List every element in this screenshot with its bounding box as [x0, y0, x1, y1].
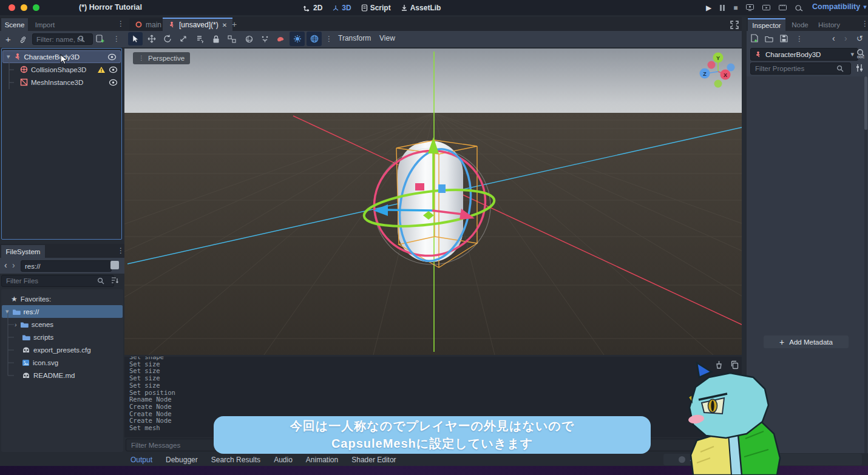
- history-back-icon[interactable]: ‹: [832, 34, 835, 42]
- node-selector[interactable]: CharacterBody3D ▾: [750, 48, 858, 61]
- 3d-icon: [332, 4, 339, 12]
- scene-tab-main[interactable]: main: [129, 18, 168, 31]
- tab-history[interactable]: History: [815, 18, 844, 31]
- warning-icon[interactable]: [97, 66, 106, 73]
- load-resource-button[interactable]: [765, 35, 773, 42]
- movie-maker-icon[interactable]: [795, 4, 803, 12]
- search-icon: [78, 35, 85, 42]
- selection-list-button[interactable]: [193, 32, 208, 45]
- workspace-script-button[interactable]: Script: [361, 4, 391, 12]
- transform-menu[interactable]: Transform: [338, 34, 371, 42]
- favorites-row[interactable]: ★ Favorites:: [1, 292, 123, 305]
- path-input[interactable]: [21, 260, 112, 272]
- tab-audio[interactable]: Audio: [274, 456, 293, 464]
- 2d-icon: [303, 4, 311, 12]
- workspace-3d-button[interactable]: 3D: [332, 4, 351, 12]
- tab-filesystem[interactable]: FileSystem: [1, 245, 45, 258]
- select-tool-button[interactable]: [128, 32, 143, 45]
- instance-scene-button[interactable]: [19, 36, 27, 44]
- add-metadata-button[interactable]: + Add Metadata: [764, 335, 849, 348]
- characterbody3d-icon: [168, 21, 175, 29]
- play-scene-button[interactable]: [762, 4, 770, 11]
- remote-debug-icon[interactable]: [746, 4, 754, 11]
- preview-environment-button[interactable]: [307, 32, 322, 46]
- workspace-switcher: 2D 3D Script AssetLib: [303, 1, 441, 14]
- subtitle-line-2: CapsuleMeshに設定していきます: [331, 436, 533, 452]
- capsule-mesh[interactable]: [398, 141, 463, 262]
- tab-import[interactable]: Import: [30, 18, 59, 31]
- view-menu[interactable]: View: [379, 34, 395, 42]
- workspace-assetlib-button[interactable]: AssetLib: [401, 4, 441, 12]
- save-button[interactable]: [780, 35, 788, 42]
- group-button[interactable]: [225, 32, 239, 45]
- rotate-tool-button[interactable]: [160, 32, 175, 45]
- pause-button[interactable]: [720, 5, 725, 11]
- move-tool-button[interactable]: [144, 32, 159, 45]
- camera-override-button[interactable]: [273, 32, 288, 45]
- avatar-ear: [697, 363, 711, 377]
- history-forward-icon[interactable]: ›: [844, 34, 847, 42]
- close-tab-icon[interactable]: ✕: [222, 22, 227, 29]
- tab-debugger[interactable]: Debugger: [166, 456, 198, 464]
- filesystem-menu-icon[interactable]: ⋮: [117, 247, 124, 254]
- property-tools-icon[interactable]: [855, 64, 864, 72]
- filesystem-tree: ★ Favorites: ▾ res:// › scenes scripts e…: [1, 289, 123, 452]
- sun-env-menu-icon[interactable]: ⋮: [325, 35, 333, 42]
- lock-button[interactable]: [209, 32, 223, 45]
- plane-yz-handle[interactable]: [415, 183, 424, 190]
- local-space-button[interactable]: [257, 32, 272, 45]
- maximize-window-button[interactable]: [33, 4, 39, 11]
- playback-controls: ▶ ■: [706, 1, 803, 14]
- close-window-button[interactable]: [8, 4, 15, 11]
- add-node-button[interactable]: +: [5, 35, 11, 44]
- perspective-button[interactable]: ⋮ Perspective: [133, 52, 190, 64]
- bottom-panel-tabs: Output Debugger Search Results Audio Ani…: [131, 454, 396, 465]
- inspector-dock-menu-icon[interactable]: ⋮: [861, 20, 868, 27]
- nav-back-icon[interactable]: ‹: [4, 261, 7, 269]
- vtuber-avatar: [679, 360, 794, 475]
- minimize-window-button[interactable]: [21, 4, 27, 11]
- visibility-eye-icon[interactable]: [109, 66, 118, 73]
- plane-xy-handle[interactable]: [438, 184, 446, 193]
- scale-tool-button[interactable]: [176, 32, 191, 45]
- object-history-icon[interactable]: ↺: [856, 35, 863, 42]
- resource-menu-icon[interactable]: ⋮: [796, 35, 803, 42]
- tab-animation[interactable]: Animation: [306, 456, 338, 464]
- distraction-free-icon[interactable]: [730, 21, 739, 29]
- play-button[interactable]: ▶: [706, 4, 711, 12]
- tab-search-results[interactable]: Search Results: [211, 456, 260, 464]
- visibility-eye-icon[interactable]: [107, 53, 117, 61]
- scene-dock-menu-icon[interactable]: ⋮: [117, 20, 124, 27]
- viewport-3d[interactable]: Y Z X ⋮ Perspective: [124, 49, 742, 355]
- tree-guides: [6, 311, 24, 384]
- subtitle-line-1: 今回は一人称なのでプレイヤーの外見はないので: [290, 418, 575, 434]
- scene-render: Y Z X: [124, 49, 742, 355]
- stop-button[interactable]: ■: [733, 4, 737, 12]
- chevron-down-icon: ▾: [850, 50, 854, 58]
- tab-inspector[interactable]: Inspector: [748, 18, 785, 31]
- tab-scene[interactable]: Scene: [1, 18, 28, 31]
- renderer-selector[interactable]: Compatibility ▾: [812, 2, 867, 11]
- visibility-eye-icon[interactable]: [109, 79, 118, 86]
- new-resource-button[interactable]: [750, 34, 759, 42]
- snap-sphere-button[interactable]: [242, 32, 256, 45]
- attach-script-button[interactable]: [96, 35, 105, 43]
- preview-sun-button[interactable]: [290, 32, 305, 46]
- search-icon: [836, 65, 844, 72]
- scene-tree-menu-icon[interactable]: ⋮: [113, 35, 120, 42]
- inspector-scrollbar[interactable]: [864, 76, 867, 453]
- search-icon: [97, 277, 104, 285]
- nav-forward-icon[interactable]: ›: [12, 261, 15, 269]
- new-scene-tab-button[interactable]: +: [232, 20, 237, 29]
- script-icon: [361, 4, 368, 12]
- tab-node[interactable]: Node: [788, 18, 812, 31]
- scene-tab-unsaved[interactable]: [unsaved](*) ✕: [163, 18, 232, 31]
- tab-shader-editor[interactable]: Shader Editor: [351, 456, 396, 464]
- scene-tree: ▾ CharacterBody3D CollisionShape3D MeshI…: [1, 48, 122, 240]
- play-custom-scene-button[interactable]: [779, 4, 787, 11]
- split-view-button[interactable]: [110, 261, 119, 269]
- workspace-2d-button[interactable]: 2D: [303, 4, 322, 12]
- open-docs-icon[interactable]: DOC: [856, 49, 865, 58]
- tab-output[interactable]: Output: [131, 456, 152, 464]
- sort-files-icon[interactable]: [110, 277, 119, 285]
